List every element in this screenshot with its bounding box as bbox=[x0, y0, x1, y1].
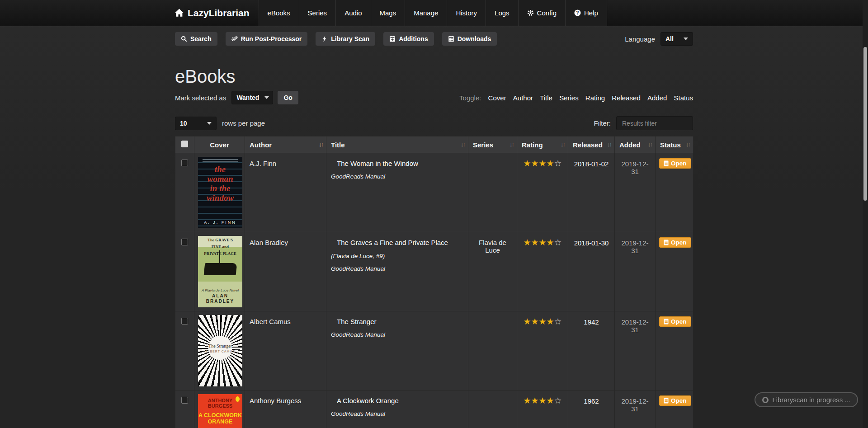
open-button[interactable]: Open bbox=[659, 316, 691, 327]
book-cover[interactable]: The GRAVE'S FINE and PRIVATE PLACE A Fla… bbox=[198, 236, 242, 307]
series-name bbox=[468, 153, 517, 232]
downloads-button[interactable]: Downloads bbox=[442, 32, 497, 46]
libraryscan-toast: Libraryscan in progress ... bbox=[755, 392, 858, 407]
book-title-link[interactable]: A Clockwork Orange bbox=[337, 397, 463, 404]
header-series[interactable]: Series↓↑ bbox=[468, 136, 517, 153]
toggle-link-rating[interactable]: Rating bbox=[585, 94, 605, 102]
row-checkbox[interactable] bbox=[181, 397, 188, 404]
header-released[interactable]: Released↓↑ bbox=[568, 136, 615, 153]
nav-item-audio[interactable]: Audio bbox=[335, 0, 370, 26]
gear-icon bbox=[527, 9, 534, 16]
scrollbar-track[interactable] bbox=[863, 0, 868, 428]
series-name bbox=[468, 311, 517, 390]
sort-icon: ↓↑ bbox=[561, 141, 565, 148]
mark-selected-label: Mark selected as bbox=[175, 94, 226, 102]
released-date: 2018-01-02 bbox=[568, 153, 615, 232]
select-all-checkbox[interactable] bbox=[181, 141, 188, 147]
toggle-link-released[interactable]: Released bbox=[612, 94, 640, 102]
header-added[interactable]: Added↓↑ bbox=[615, 136, 656, 153]
header-status[interactable]: Status↓↑ bbox=[656, 136, 693, 153]
row-checkbox[interactable] bbox=[181, 239, 188, 245]
toggle-link-status[interactable]: Status bbox=[674, 94, 693, 102]
caret-down-icon bbox=[684, 38, 688, 40]
scrollbar-thumb[interactable] bbox=[863, 47, 867, 201]
row-checkbox[interactable] bbox=[181, 318, 188, 325]
rating-stars: ★★★★☆ bbox=[517, 390, 568, 428]
toggle-link-added[interactable]: Added bbox=[647, 94, 667, 102]
language-label: Language bbox=[625, 35, 655, 43]
book-cover[interactable]: The Stranger ALBERT CAMUS bbox=[198, 315, 242, 386]
author-name: Alan Bradley bbox=[245, 232, 326, 311]
author-name: Anthony Burgess bbox=[245, 390, 326, 428]
nav-item-mags[interactable]: Mags bbox=[371, 0, 405, 26]
toggle-link-title[interactable]: Title bbox=[540, 94, 552, 102]
toggle-link-author[interactable]: Author bbox=[513, 94, 533, 102]
spinner-icon bbox=[762, 397, 769, 403]
caret-down-icon bbox=[207, 122, 212, 125]
language-select[interactable]: All bbox=[660, 32, 693, 46]
header-rating[interactable]: Rating↓↑ bbox=[517, 136, 568, 153]
book-title-link[interactable]: The Woman in the Window bbox=[337, 160, 463, 167]
filter-input[interactable] bbox=[616, 116, 693, 130]
book-cover[interactable]: ANTHONYBURGESS A CLOCKWORKORANGE bbox=[198, 394, 242, 428]
nav-item-config[interactable]: Config bbox=[518, 0, 565, 26]
released-date: 2018-01-30 bbox=[568, 232, 615, 311]
nav-item-history[interactable]: History bbox=[447, 0, 486, 26]
go-button[interactable]: Go bbox=[278, 91, 298, 104]
book-series-note: (Flavia de Luce, #9) bbox=[331, 253, 463, 259]
open-button[interactable]: Open bbox=[659, 158, 691, 169]
additions-button[interactable]: Additions bbox=[383, 32, 434, 46]
table-row: The GRAVE'S FINE and PRIVATE PLACE A Fla… bbox=[175, 232, 693, 311]
nav-item-help[interactable]: ? Help bbox=[565, 0, 607, 26]
app-brand-label: LazyLibrarian bbox=[188, 8, 250, 19]
book-title-link[interactable]: The Stranger bbox=[337, 318, 463, 325]
sort-icon: ↓↑ bbox=[648, 141, 652, 148]
series-name bbox=[468, 390, 517, 428]
book-source: GoodReads Manual bbox=[331, 173, 463, 180]
sort-icon: ↓↑ bbox=[461, 141, 465, 148]
question-icon: ? bbox=[574, 9, 581, 16]
open-button[interactable]: Open bbox=[659, 395, 691, 406]
rating-stars: ★★★★☆ bbox=[517, 153, 568, 232]
added-date: 2019-12-31 bbox=[615, 232, 656, 311]
book-cover[interactable]: the woman in the window A. J. FINN bbox=[198, 157, 242, 228]
select-all-header bbox=[175, 136, 194, 153]
language-group: Language All bbox=[625, 32, 693, 46]
header-author[interactable]: Author↓↑ bbox=[245, 136, 326, 153]
open-button[interactable]: Open bbox=[659, 237, 691, 248]
publisher-logo bbox=[236, 396, 240, 402]
rows-per-page-select[interactable]: 10 bbox=[175, 117, 217, 130]
svg-text:?: ? bbox=[576, 10, 579, 15]
filter-label: Filter: bbox=[594, 119, 611, 127]
library-scan-button[interactable]: Library Scan bbox=[316, 32, 375, 46]
page-title: eBooks bbox=[175, 66, 693, 87]
book-icon bbox=[664, 319, 669, 325]
book-source: GoodReads Manual bbox=[331, 331, 463, 338]
search-button[interactable]: Search bbox=[175, 32, 217, 46]
book-icon bbox=[664, 240, 669, 245]
nav-item-manage[interactable]: Manage bbox=[405, 0, 447, 26]
toolbar: Search Run Post-Processor Library Scan A… bbox=[175, 32, 693, 46]
run-post-processor-button[interactable]: Run Post-Processor bbox=[226, 32, 308, 46]
sort-icon: ↓↑ bbox=[509, 141, 514, 148]
calendar-icon bbox=[448, 36, 454, 42]
table-row: The Stranger ALBERT CAMUS Albert Camus T… bbox=[175, 311, 693, 390]
nav-item-logs[interactable]: Logs bbox=[486, 0, 518, 26]
mark-selected-select[interactable]: Wanted bbox=[231, 91, 273, 104]
rows-per-page-label: rows per page bbox=[222, 119, 265, 127]
nav-item-series[interactable]: Series bbox=[299, 0, 336, 26]
nav-item-ebooks[interactable]: eBooks bbox=[259, 0, 299, 26]
sort-icon: ↓↑ bbox=[607, 141, 611, 148]
header-title[interactable]: Title↓↑ bbox=[326, 136, 468, 153]
toggle-label: Toggle: bbox=[459, 94, 481, 102]
app-brand[interactable]: LazyLibrarian bbox=[175, 0, 259, 26]
row-checkbox[interactable] bbox=[181, 160, 188, 166]
toggle-group: Toggle: Cover Author Title Series Rating… bbox=[459, 94, 693, 102]
toggle-link-cover[interactable]: Cover bbox=[488, 94, 506, 102]
book-title-link[interactable]: The Graves a Fine and Private Place bbox=[337, 239, 463, 246]
book-source: GoodReads Manual bbox=[331, 410, 463, 417]
toggle-link-series[interactable]: Series bbox=[559, 94, 579, 102]
ebooks-table: Cover Author↓↑ Title↓↑ Series↓↑ Rating↓↑… bbox=[175, 136, 693, 428]
added-date: 2019-12-31 bbox=[615, 153, 656, 232]
header-cover[interactable]: Cover bbox=[194, 136, 245, 153]
